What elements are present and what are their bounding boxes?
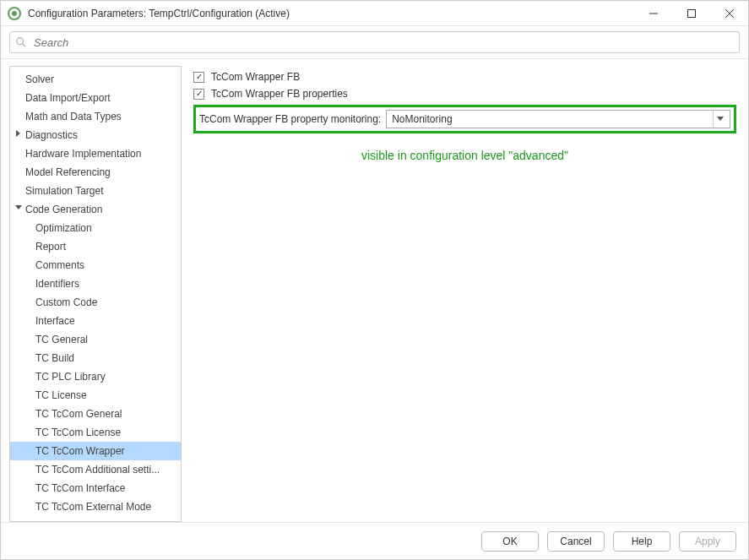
minimize-button[interactable] — [634, 1, 672, 25]
sidebar-item-simulation-target[interactable]: Simulation Target — [10, 182, 181, 200]
checkbox-wrapper-fb-properties-label: TcCom Wrapper FB properties — [211, 88, 348, 100]
app-icon — [8, 7, 21, 20]
checkbox-row-wrapper-fb-properties: TcCom Wrapper FB properties — [193, 88, 736, 100]
close-icon — [725, 9, 734, 18]
sidebar-item-solver[interactable]: Solver — [10, 70, 181, 89]
sidebar-item-tc-plc-library[interactable]: TC PLC Library — [10, 367, 181, 386]
content-pane: TcCom Wrapper FB TcCom Wrapper FB proper… — [190, 66, 740, 522]
sidebar-item-comments[interactable]: Comments — [10, 256, 181, 275]
sidebar-item-tc-build[interactable]: TC Build — [10, 349, 181, 367]
checkbox-wrapper-fb-label: TcCom Wrapper FB — [211, 71, 300, 83]
highlight-box: TcCom Wrapper FB property monitoring: No… — [193, 105, 736, 133]
svg-line-5 — [23, 44, 26, 47]
titlebar: Configuration Parameters: TempCtrl/Confi… — [1, 1, 748, 26]
maximize-button[interactable] — [672, 1, 710, 25]
search-icon — [15, 36, 27, 48]
sidebar-item-report[interactable]: Report — [10, 237, 181, 256]
sidebar-item-tc-tccom-additional-settings[interactable]: TC TcCom Additional setti... — [10, 460, 181, 479]
checkbox-row-wrapper-fb: TcCom Wrapper FB — [193, 71, 736, 83]
sidebar-item-tc-tccom-general[interactable]: TC TcCom General — [10, 405, 181, 423]
sidebar-item-identifiers[interactable]: Identifiers — [10, 275, 181, 293]
annotation-text: visible in configuration level "advanced… — [193, 149, 736, 162]
sidebar-item-interface[interactable]: Interface — [10, 312, 181, 330]
sidebar-item-optimization[interactable]: Optimization — [10, 219, 181, 237]
checkbox-wrapper-fb[interactable] — [193, 72, 204, 83]
sidebar-item-hardware-implementation[interactable]: Hardware Implementation — [10, 144, 181, 163]
sidebar-item-tc-license[interactable]: TC License — [10, 386, 181, 405]
sidebar-item-custom-code[interactable]: Custom Code — [10, 293, 181, 312]
checkbox-wrapper-fb-properties[interactable] — [193, 89, 204, 100]
body: Solver Data Import/Export Math and Data … — [1, 59, 748, 522]
cancel-button[interactable]: Cancel — [547, 531, 605, 552]
property-monitoring-select[interactable]: NoMonitoring — [386, 110, 730, 128]
help-button[interactable]: Help — [613, 531, 670, 552]
ok-button[interactable]: OK — [481, 531, 539, 552]
sidebar-item-tc-tccom-license[interactable]: TC TcCom License — [10, 423, 181, 442]
apply-button[interactable]: Apply — [679, 531, 736, 552]
footer: OK Cancel Help Apply — [1, 522, 748, 559]
svg-point-4 — [17, 38, 24, 45]
svg-rect-1 — [687, 9, 695, 17]
close-button[interactable] — [710, 1, 748, 25]
search-box[interactable] — [9, 31, 740, 53]
window-title: Configuration Parameters: TempCtrl/Confi… — [28, 8, 634, 19]
sidebar-item-data-import-export[interactable]: Data Import/Export — [10, 89, 181, 107]
search-row — [1, 26, 748, 59]
sidebar-item-tc-tccom-interface[interactable]: TC TcCom Interface — [10, 479, 181, 497]
sidebar-item-code-generation[interactable]: Code Generation — [10, 200, 181, 219]
sidebar-item-tc-general[interactable]: TC General — [10, 330, 181, 349]
sidebar-item-model-referencing[interactable]: Model Referencing — [10, 163, 181, 182]
sidebar-item-tc-tccom-external-mode[interactable]: TC TcCom External Mode — [10, 497, 181, 516]
minimize-icon — [649, 9, 658, 18]
window-controls — [634, 1, 748, 25]
svg-marker-6 — [717, 117, 724, 121]
property-monitoring-label: TcCom Wrapper FB property monitoring: — [199, 113, 381, 125]
chevron-down-icon — [713, 111, 726, 128]
search-input[interactable] — [32, 35, 734, 50]
config-params-window: Configuration Parameters: TempCtrl/Confi… — [0, 0, 749, 560]
maximize-icon — [687, 9, 696, 18]
sidebar-item-diagnostics[interactable]: Diagnostics — [10, 126, 181, 144]
sidebar: Solver Data Import/Export Math and Data … — [9, 66, 182, 522]
sidebar-item-math-data-types[interactable]: Math and Data Types — [10, 107, 181, 126]
property-monitoring-value: NoMonitoring — [392, 113, 452, 125]
sidebar-item-tc-tccom-wrapper[interactable]: TC TcCom Wrapper — [10, 442, 181, 460]
sidebar-item-tc-plcfb-general[interactable]: TC PlcFb General — [10, 516, 181, 522]
